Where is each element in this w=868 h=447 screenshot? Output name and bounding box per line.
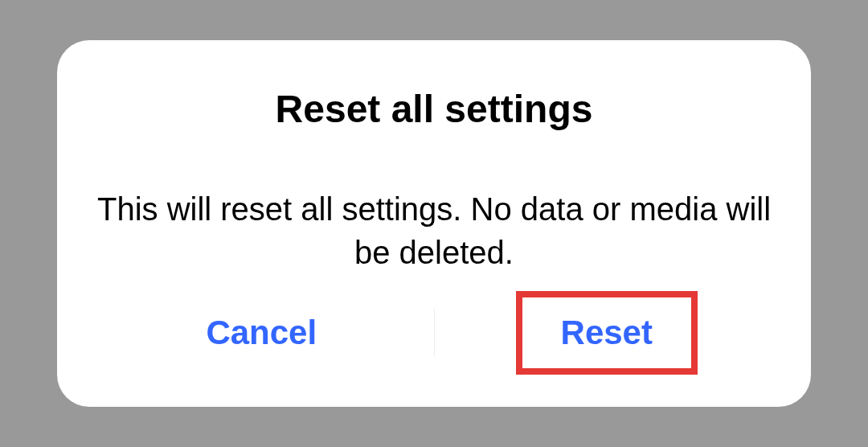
cancel-button[interactable]: Cancel [183, 302, 339, 363]
dialog-title: Reset all settings [57, 87, 811, 131]
reset-highlight-box: Reset [516, 291, 698, 375]
dialog-actions: Cancel Reset [57, 291, 811, 383]
dialog-message: This will reset all settings. No data or… [57, 187, 811, 291]
reset-button[interactable]: Reset [538, 302, 675, 363]
reset-settings-dialog: Reset all settings This will reset all s… [57, 40, 811, 407]
cancel-button-container: Cancel [89, 302, 434, 363]
reset-button-container: Reset [435, 291, 780, 375]
